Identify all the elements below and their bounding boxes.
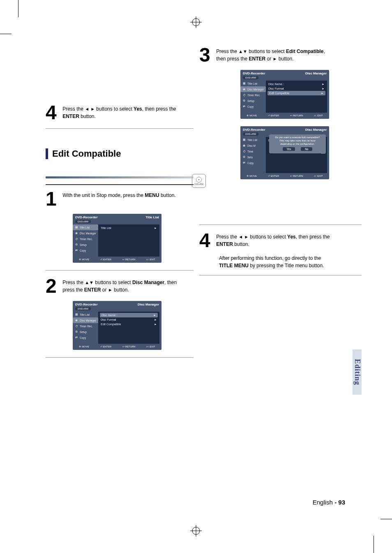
menu-row[interactable]: Disc Format ►: [100, 317, 158, 322]
sidebar-item[interactable]: ⏱ Timer Rec.: [240, 92, 266, 98]
sidebar-item[interactable]: ▦ Title List: [240, 137, 266, 143]
confirm-dialog: Do you want to execute Edit compatible? …: [269, 134, 326, 153]
step-number: 3: [199, 45, 210, 65]
sidebar-label: Copy: [247, 105, 254, 108]
menu-row[interactable]: Disc Name : ►: [100, 313, 158, 317]
panel-sidebar: ▦ Title List ◉ Disc M ⏱ Time ⚙ Setu ⇄ Co…: [240, 137, 266, 173]
sidebar-label: Title List: [80, 226, 90, 229]
step-4: 4 Press the ◄ ► buttons to select Yes, t…: [199, 231, 362, 250]
step-text: Press the ▲▼ buttons to select Disc Mana…: [62, 276, 177, 294]
menu-row[interactable]: Title List ►: [100, 226, 158, 230]
sidebar-item[interactable]: ▦ Title List: [73, 312, 98, 317]
sidebar-label: Disc M: [247, 144, 256, 147]
left-column: 4 Press the ◄ ► buttons to select Yes, t…: [46, 45, 194, 363]
panel-section: Title List: [145, 215, 159, 219]
panel-footer: ✥MOVE ⏎ENTER ↩RETURN ▭EXIT: [73, 344, 161, 348]
panel-main: Disc Name : ► Disc Format ► Edit Compati…: [266, 81, 327, 113]
sidebar-icon: ▦: [74, 312, 78, 317]
sidebar-icon: ◉: [74, 231, 78, 235]
sidebar-item[interactable]: ◉ Disc Manager: [73, 317, 98, 323]
sidebar-icon: ▦: [242, 138, 246, 142]
divider-heavy: [46, 184, 194, 185]
sidebar-item[interactable]: ⚙ Setu: [240, 154, 266, 160]
sidebar-icon: ⇄: [74, 336, 78, 340]
section-tab: Editing: [353, 349, 362, 395]
sidebar-item[interactable]: ⇄ Copy: [240, 160, 266, 166]
panel-title: DVD-Recorder: [243, 72, 265, 75]
ui-panel-confirm-dialog: DVD-Recorder Disc Manager DVD+RW ▦ Title…: [240, 126, 329, 179]
sidebar-item[interactable]: ◉ Disc Manager: [240, 86, 266, 92]
step-text: Press the ◄ ► buttons to select Yes, the…: [62, 103, 176, 120]
step-4-top: 4 Press the ◄ ► buttons to select Yes, t…: [46, 103, 194, 123]
dialog-no-button[interactable]: No: [301, 147, 312, 151]
sidebar-label: Disc Manager: [80, 232, 96, 235]
ui-panel-disc-manager: DVD-Recorder Disc Manager DVD+RW ▦ Title…: [73, 301, 161, 350]
gradient-rule: [46, 176, 194, 178]
paragraph: After performing this function, go direc…: [219, 255, 362, 269]
section-title: Edit Compatible: [46, 148, 194, 159]
sidebar-icon: ⇄: [74, 248, 78, 252]
sidebar-label: Timer Rec.: [80, 238, 93, 241]
sidebar-label: Title List: [80, 313, 90, 316]
chevron-right-icon: ►: [154, 323, 157, 326]
crop-mark: [0, 34, 12, 34]
sidebar-icon: ◉: [74, 318, 78, 322]
panel-sidebar: ▦ Title List ◉ Disc Manager ⏱ Timer Rec.…: [240, 81, 266, 113]
sidebar-icon: ⇄: [242, 161, 246, 165]
registration-mark: [190, 525, 202, 537]
divider: [199, 224, 362, 225]
step-3: 3 Press the ▲▼ buttons to select Edit Co…: [199, 45, 362, 65]
dialog-yes-button[interactable]: Yes: [283, 147, 295, 151]
panel-footer: ✥MOVE ⏎ENTER ↩RETURN ▭EXIT: [240, 173, 329, 178]
sidebar-label: Title List: [247, 139, 257, 141]
sidebar-icon: ◉: [242, 87, 246, 91]
sidebar-icon: ⏱: [242, 93, 246, 97]
panel-main: Disc Name : ► Disc Format ► Edit Compati…: [98, 312, 159, 344]
sidebar-item[interactable]: ⏱ Timer Rec.: [73, 236, 98, 242]
sidebar-item[interactable]: ⚙ Setup: [73, 242, 98, 248]
sidebar-icon: ⏱: [74, 324, 78, 328]
section-bar-icon: [46, 148, 48, 159]
menu-row[interactable]: Edit Compatible ►: [267, 91, 325, 95]
divider: [46, 128, 194, 129]
panel-footer: ✥MOVE ⏎ENTER ↩RETURN ▭EXIT: [73, 257, 161, 261]
sidebar-icon: ◉: [242, 143, 246, 148]
chevron-right-icon: ►: [322, 83, 325, 86]
sidebar-icon: ⇄: [242, 104, 246, 109]
panel-section: Disc Manager: [305, 72, 327, 75]
sidebar-item[interactable]: ⇄ Copy: [73, 335, 98, 340]
sidebar-item[interactable]: ⚙ Setup: [240, 98, 266, 104]
sidebar-item[interactable]: ◉ Disc M: [240, 143, 266, 148]
sidebar-label: Time: [247, 150, 253, 153]
sidebar-item[interactable]: ⚙ Setup: [73, 329, 98, 335]
page: 4 Press the ◄ ► buttons to select Yes, t…: [29, 45, 362, 506]
page-number: English - 93: [313, 499, 345, 506]
step-number: 2: [46, 276, 57, 296]
sidebar-label: Disc Manager: [247, 88, 264, 91]
sidebar-label: Timer Rec.: [80, 325, 93, 328]
sidebar-icon: ⚙: [242, 99, 246, 103]
menu-row[interactable]: Disc Format ►: [267, 86, 325, 91]
panel-sidebar: ▦ Title List ◉ Disc Manager ⏱ Timer Rec.…: [73, 312, 98, 344]
sidebar-item[interactable]: ⇄ Copy: [73, 248, 98, 253]
chevron-right-icon: ►: [154, 318, 157, 321]
panel-footer: ✥MOVE ⏎ENTER ↩RETURN ▭EXIT: [240, 113, 329, 117]
divider: [46, 270, 194, 271]
panel-title: DVD-Recorder: [243, 128, 265, 132]
menu-row[interactable]: Edit Compatible ►: [100, 322, 158, 326]
sidebar-item[interactable]: ▦ Title List: [240, 81, 266, 86]
sidebar-item[interactable]: ⏱ Time: [240, 148, 266, 154]
sidebar-item[interactable]: ▦ Title List: [73, 224, 98, 230]
sidebar-item[interactable]: ⏱ Timer Rec.: [73, 323, 98, 329]
sidebar-label: Setup: [247, 99, 254, 102]
right-column: 3 Press the ▲▼ buttons to select Edit Co…: [199, 45, 362, 281]
panel-sidebar: ▦ Title List ◉ Disc Manager ⏱ Timer Rec.…: [73, 224, 98, 257]
sidebar-item[interactable]: ◉ Disc Manager: [73, 230, 98, 236]
step-1: 1 With the unit in Stop mode, press the …: [46, 189, 194, 209]
menu-row[interactable]: Disc Name : ►: [267, 82, 325, 86]
sidebar-label: Setup: [80, 243, 87, 246]
sidebar-icon: ▦: [74, 225, 78, 229]
sidebar-icon: ⏱: [242, 149, 246, 153]
sidebar-item[interactable]: ⇄ Copy: [240, 104, 266, 109]
ui-panel-edit-compatible: DVD-Recorder Disc Manager DVD+RW ▦ Title…: [240, 70, 329, 119]
